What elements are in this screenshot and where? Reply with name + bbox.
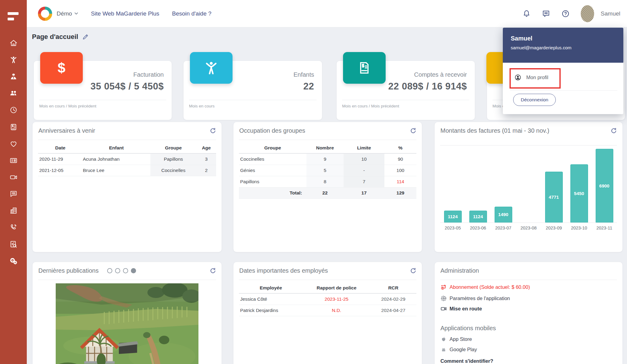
my-profile-item[interactable]: Mon profil bbox=[514, 74, 548, 81]
edit-pencil-icon[interactable] bbox=[82, 33, 89, 40]
card-title: Administration bbox=[440, 267, 479, 274]
sidebar-item-employees[interactable] bbox=[0, 70, 27, 82]
sidebar-item-contacts[interactable] bbox=[0, 154, 27, 166]
app-store-link[interactable]: App Store bbox=[440, 336, 472, 342]
app-settings-link[interactable]: Paramètres de l'application bbox=[440, 295, 510, 302]
org-name: Démo bbox=[57, 10, 72, 17]
messages-button[interactable] bbox=[542, 9, 550, 18]
table-row[interactable]: 2021-12-05Bruce Lee Coccinelles2 bbox=[38, 165, 216, 176]
billing-icon bbox=[9, 123, 18, 131]
google-play-link[interactable]: Google Play bbox=[440, 346, 477, 353]
logout-button[interactable]: Déconnexion bbox=[513, 94, 556, 106]
help-button[interactable] bbox=[561, 9, 570, 18]
bar-value-label: 1490 bbox=[498, 212, 508, 217]
table-row[interactable]: Patrick Desjardins N.D. 2024-04-27 bbox=[239, 305, 416, 316]
clock-icon bbox=[9, 106, 18, 114]
refresh-button[interactable] bbox=[210, 268, 216, 274]
user-avatar[interactable] bbox=[581, 5, 594, 22]
bar: 4771 bbox=[545, 172, 563, 222]
how-to-login-link[interactable]: Comment s'identifier? bbox=[440, 358, 493, 364]
gear-icon bbox=[440, 295, 447, 302]
dollar-icon: $ bbox=[58, 60, 65, 76]
android-icon bbox=[440, 346, 447, 353]
report-icon bbox=[9, 240, 18, 248]
stat-footer: Mois en cours / Mois précédent bbox=[39, 104, 96, 108]
sidebar-item-video[interactable] bbox=[0, 171, 27, 183]
table-row[interactable]: Jessica Côté 2023-11-25 2024-02-29 bbox=[239, 293, 416, 305]
sidebar-item-groups[interactable] bbox=[0, 87, 27, 99]
employee-dates-table: Employée Rapport de police RCR Jessica C… bbox=[239, 283, 416, 316]
topbar-user-name[interactable]: Samuel bbox=[601, 10, 620, 17]
carousel-dot[interactable] bbox=[131, 268, 136, 273]
child-icon bbox=[9, 56, 18, 64]
org-selector[interactable]: Démo bbox=[57, 10, 78, 17]
sidebar-item-messages[interactable] bbox=[0, 187, 27, 200]
invoices-chart-card: Montants des factures (01 mai - 30 nov.)… bbox=[435, 122, 622, 252]
bar: 1124 bbox=[444, 211, 462, 222]
police-report-date: N.D. bbox=[303, 305, 370, 316]
topbar-actions: Samuel bbox=[522, 5, 620, 22]
chart-tick-label: 2023-05 bbox=[445, 226, 461, 230]
sidebar-item-health[interactable] bbox=[0, 138, 27, 150]
sidebar bbox=[0, 0, 27, 364]
sidebar-item-reports[interactable] bbox=[0, 238, 27, 250]
carousel-dot[interactable] bbox=[123, 268, 128, 273]
chart-title: Montants des factures (01 mai - 30 nov.) bbox=[440, 127, 549, 134]
publication-photo[interactable] bbox=[56, 283, 198, 364]
table-row[interactable]: Génies5 -100 bbox=[239, 165, 416, 176]
carousel-dot[interactable] bbox=[115, 268, 120, 273]
col-header: Age bbox=[197, 143, 216, 153]
sidebar-item-schedule[interactable] bbox=[0, 104, 27, 116]
menu-toggle-icon[interactable] bbox=[8, 12, 19, 23]
carousel-dot[interactable] bbox=[107, 268, 112, 273]
bar: 5450 bbox=[570, 164, 588, 222]
table-row[interactable]: 2020-11-29Acuna Johnathan Papillons3 bbox=[38, 153, 216, 165]
getting-started-link[interactable]: Mise en route bbox=[440, 306, 482, 312]
sidebar-item-facility[interactable] bbox=[0, 204, 27, 216]
chevron-down-icon bbox=[74, 12, 78, 15]
sidebar-item-billing[interactable] bbox=[0, 121, 27, 133]
card-title: Dates importantes des employés bbox=[239, 267, 328, 274]
sidebar-item-home[interactable] bbox=[0, 37, 27, 49]
notifications-button[interactable] bbox=[522, 9, 531, 18]
refresh-button[interactable] bbox=[410, 268, 416, 274]
publications-card: Dernières publications bbox=[33, 262, 222, 364]
video-camera-icon bbox=[440, 306, 447, 312]
question-circle-icon bbox=[561, 9, 570, 18]
col-header: Nombre bbox=[306, 143, 344, 153]
employee-icon bbox=[9, 72, 18, 81]
page-title-text: Page d'accueil bbox=[32, 33, 78, 41]
col-header: Enfant bbox=[82, 143, 150, 153]
user-menu-header: Samuel samuel@magarderieplus.com bbox=[503, 28, 623, 63]
topbar: Démo Site Web MaGarderie Plus Besoin d'a… bbox=[27, 0, 627, 27]
table-row[interactable]: Coccinelles9 1090 bbox=[239, 153, 416, 165]
bar-slot: 6900 bbox=[596, 149, 613, 222]
refresh-button[interactable] bbox=[210, 128, 216, 134]
refresh-button[interactable] bbox=[611, 128, 617, 134]
dashboard-root: Démo Site Web MaGarderie Plus Besoin d'a… bbox=[0, 0, 627, 364]
chart-tick-label: 2023-06 bbox=[470, 226, 486, 230]
occupation-table: Groupe Nombre Limite % Coccinelles9 1090… bbox=[239, 143, 416, 199]
apple-icon bbox=[440, 336, 447, 342]
stat-value: 22 089$ / 16 914$ bbox=[388, 81, 467, 92]
children-tile-icon bbox=[190, 52, 233, 84]
bar-slot: 4771 bbox=[545, 172, 563, 222]
bar-value-label: 4771 bbox=[549, 194, 559, 200]
occupation-card: Occupation des groupes Groupe Nombre Lim… bbox=[233, 122, 422, 252]
chart-ticks: 2023-052023-062023-072023-082023-092023-… bbox=[440, 226, 617, 230]
link-website[interactable]: Site Web MaGarderie Plus bbox=[91, 10, 159, 17]
refresh-button[interactable] bbox=[410, 128, 416, 134]
col-header: Groupe bbox=[239, 143, 306, 153]
subscription-link[interactable]: Abonnement (Solde actuel: $ 60.00) bbox=[440, 284, 530, 290]
sidebar-item-settings[interactable] bbox=[0, 255, 27, 267]
chart-tick-label: 2023-08 bbox=[520, 226, 537, 230]
bar-value-label: 6900 bbox=[599, 183, 609, 188]
phone-icon bbox=[9, 223, 18, 231]
bar-value-label: 1124 bbox=[448, 214, 458, 219]
link-help[interactable]: Besoin d'aide ? bbox=[172, 10, 211, 17]
sidebar-item-calls[interactable] bbox=[0, 221, 27, 233]
sidebar-item-children[interactable] bbox=[0, 54, 27, 66]
invoice-icon bbox=[357, 61, 372, 75]
table-row[interactable]: Papillons8 7114 bbox=[239, 176, 416, 187]
over-capacity-value: 114 bbox=[384, 176, 416, 187]
